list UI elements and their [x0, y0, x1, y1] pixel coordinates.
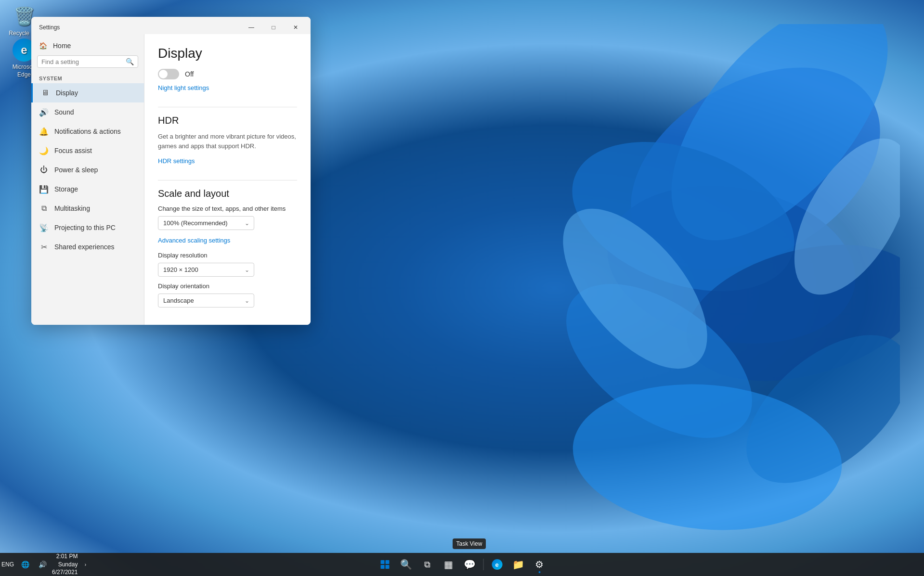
taskbar-language-button[interactable]: ENG [0, 555, 15, 574]
clock-time: 2:01 PM [52, 552, 78, 561]
display-label: Display [56, 89, 78, 97]
settings-main-content: Display Off Night light settings HDR Get… [144, 34, 311, 325]
sidebar-item-storage[interactable]: 💾 Storage [31, 179, 144, 199]
taskbar-edge-button[interactable]: e [487, 555, 507, 574]
power-label: Power & sleep [54, 166, 98, 174]
taskbar-taskview-button[interactable]: ⧉ [417, 555, 437, 574]
separator-2 [158, 180, 297, 180]
night-light-toggle[interactable] [158, 69, 179, 79]
search-icon[interactable]: 🔍 [126, 58, 134, 65]
taskbar-center-icons: 🔍 ⧉ ▦ 💬 e 📁 [375, 555, 549, 574]
sidebar-item-focus-assist[interactable]: 🌙 Focus assist [31, 141, 144, 160]
sidebar-item-notifications[interactable]: 🔔 Notifications & actions [31, 122, 144, 141]
taskbar-search-icon: 🔍 [400, 559, 412, 570]
window-title: Settings [39, 24, 60, 31]
language-label: ENG [1, 561, 14, 568]
focus-label: Focus assist [54, 147, 92, 154]
window-controls: — □ ✕ [240, 20, 307, 35]
orientation-dropdown[interactable]: Landscape Portrait Landscape (flipped) P… [158, 294, 254, 307]
window-titlebar: Settings — □ ✕ [31, 17, 311, 34]
notifications-icon: 🔔 [39, 127, 49, 136]
taskbar-clock[interactable]: 2:01 PM Sunday 6/27/2021 [52, 552, 78, 576]
notifications-label: Notifications & actions [54, 128, 121, 135]
resolution-dropdown[interactable]: 1920 × 1200 1920 × 1080 1280 × 720 [158, 263, 254, 277]
taskbar-explorer-button[interactable]: 📁 [508, 555, 528, 574]
storage-icon: 💾 [39, 184, 49, 194]
network-icon: 🌐 [21, 561, 29, 568]
sidebar-item-display[interactable]: 🖥 Display [31, 83, 144, 102]
orientation-dropdown-wrapper[interactable]: Landscape Portrait Landscape (flipped) P… [158, 294, 254, 307]
minimize-button[interactable]: — [240, 20, 262, 35]
wallpaper-decoration [467, 24, 900, 553]
toggle-off-label: Off [185, 70, 194, 78]
windows-logo [380, 560, 389, 569]
desktop: 🗑️ Recycle Bin e Microsoft Edge Task Vie… [0, 0, 924, 576]
projecting-label: Projecting to this PC [54, 224, 116, 231]
orientation-label: Display orientation [158, 282, 297, 290]
taskbar-widgets-icon: ▦ [444, 559, 453, 570]
sidebar-item-multitasking[interactable]: ⧉ Multitasking [31, 199, 144, 218]
sidebar-item-sound[interactable]: 🔊 Sound [31, 102, 144, 122]
settings-window: Settings — □ ✕ 🏠 Home [31, 17, 311, 325]
home-label: Home [53, 42, 71, 50]
scale-dropdown-wrapper[interactable]: 100% (Recommended) 125% 150% 175% [158, 216, 254, 230]
wallpaper-svg [467, 24, 900, 553]
taskbar-edge-icon: e [492, 559, 502, 570]
advanced-scaling-link[interactable]: Advanced scaling settings [158, 237, 230, 244]
taskview-tooltip-text: Task View [456, 540, 482, 547]
shared-label: Shared experiences [54, 243, 115, 251]
storage-label: Storage [54, 185, 78, 193]
search-input[interactable] [41, 58, 126, 65]
taskbar-explorer-icon: 📁 [512, 559, 524, 570]
resolution-dropdown-wrapper[interactable]: 1920 × 1200 1920 × 1080 1280 × 720 [158, 263, 254, 277]
taskbar-search-button[interactable]: 🔍 [396, 555, 416, 574]
taskbar-volume-button[interactable]: 🔊 [35, 555, 50, 574]
taskbar-system-tray: ENG 🌐 🔊 2:01 PM Sunday 6/27/2021 › [0, 552, 89, 576]
power-icon: ⏻ [39, 165, 49, 175]
multitasking-icon: ⧉ [39, 204, 49, 213]
sound-icon: 🔊 [39, 107, 49, 117]
scale-description: Change the size of text, apps, and other… [158, 205, 297, 212]
scale-title: Scale and layout [158, 188, 297, 199]
hdr-settings-link[interactable]: HDR settings [158, 157, 195, 165]
shared-icon: ✂ [39, 242, 49, 252]
projecting-icon: 📡 [39, 223, 49, 232]
taskview-tooltip: Task View [453, 538, 486, 549]
night-light-settings-link[interactable]: Night light settings [158, 84, 209, 91]
sidebar-home-item[interactable]: 🏠 Home [31, 38, 144, 53]
focus-icon: 🌙 [39, 146, 49, 155]
start-button[interactable] [375, 555, 394, 574]
taskbar-chat-icon: 💬 [464, 559, 476, 570]
settings-sidebar: 🏠 Home 🔍 System 🖥 Display 🔊 Sound [31, 34, 144, 325]
notification-chevron-icon: › [85, 562, 86, 567]
display-icon: 🖥 [40, 88, 50, 98]
maximize-button[interactable]: □ [262, 20, 285, 35]
page-title: Display [158, 46, 297, 61]
taskbar-notification-button[interactable]: › [81, 555, 89, 574]
taskbar: 🔍 ⧉ ▦ 💬 e 📁 [0, 553, 924, 576]
taskbar-taskview-icon: ⧉ [424, 560, 430, 570]
system-section-label: System [31, 74, 144, 83]
home-icon: 🏠 [39, 42, 47, 50]
scale-dropdown[interactable]: 100% (Recommended) 125% 150% 175% [158, 216, 254, 230]
taskbar-widgets-button[interactable]: ▦ [439, 555, 458, 574]
taskbar-chat-button[interactable]: 💬 [460, 555, 479, 574]
hdr-title: HDR [158, 115, 297, 126]
multitasking-label: Multitasking [54, 205, 90, 212]
sidebar-item-power-sleep[interactable]: ⏻ Power & sleep [31, 160, 144, 179]
sidebar-item-projecting[interactable]: 📡 Projecting to this PC [31, 218, 144, 237]
hdr-description: Get a brighter and more vibrant picture … [158, 132, 297, 151]
sound-label: Sound [54, 108, 74, 116]
resolution-label: Display resolution [158, 252, 297, 259]
taskbar-settings-button[interactable]: ⚙ [530, 555, 549, 574]
close-button[interactable]: ✕ [285, 20, 307, 35]
taskbar-separator [483, 559, 483, 570]
separator-1 [158, 107, 297, 107]
sidebar-item-shared-experiences[interactable]: ✂ Shared experiences [31, 237, 144, 256]
search-box[interactable]: 🔍 [37, 55, 138, 68]
night-light-toggle-row: Off [158, 69, 297, 79]
taskbar-settings-icon: ⚙ [535, 559, 544, 570]
taskbar-network-button[interactable]: 🌐 [17, 555, 33, 574]
volume-icon: 🔊 [39, 561, 47, 568]
settings-body: 🏠 Home 🔍 System 🖥 Display 🔊 Sound [31, 34, 311, 325]
